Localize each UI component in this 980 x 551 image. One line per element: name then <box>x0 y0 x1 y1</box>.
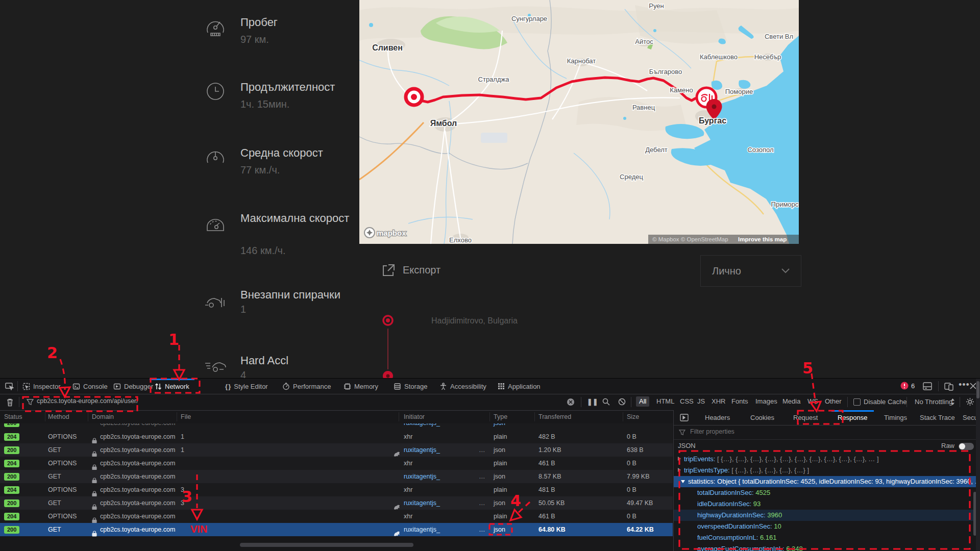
stat-label: Внезапни спирачки <box>240 287 340 303</box>
tab-request[interactable]: Request <box>793 410 818 425</box>
responsive-design-icon[interactable] <box>944 382 953 391</box>
json-prop[interactable]: totalDurationInSec: 4525 <box>697 487 980 498</box>
filter-properties-input[interactable]: Filter properties <box>690 428 734 435</box>
filter-type-other[interactable]: Other <box>822 396 845 407</box>
sidebar-toggle-icon[interactable] <box>680 414 689 421</box>
filter-type-xhr[interactable]: XHR <box>708 396 728 407</box>
table-row[interactable]: 200 GET cpb2cs.toyota-europe.com 1 ruxit… <box>0 443 673 457</box>
table-row[interactable]: 204 OPTIONS cpb2cs.toyota-europe.com xhr… <box>0 457 673 470</box>
tab-performance[interactable]: Performance <box>282 379 331 394</box>
json-prop[interactable]: overspeedDurationInSec: 10 <box>697 521 980 532</box>
disable-cache-checkbox[interactable] <box>853 398 861 406</box>
json-prop[interactable]: idleDurationInSec: 93 <box>697 498 980 510</box>
pause-icon[interactable]: ❚❚ <box>587 398 598 406</box>
json-prop[interactable]: averageFuelConsumptionInL: 6.348 <box>697 543 980 551</box>
map-label: Сливен <box>372 43 403 52</box>
filter-type-images[interactable]: Images <box>752 396 780 407</box>
improve-map-link[interactable]: Improve this map <box>738 236 787 242</box>
transferred-cell: 482 B <box>538 430 555 443</box>
filter-type-all[interactable]: All <box>636 396 649 407</box>
col-file[interactable]: File <box>181 410 191 423</box>
table-row[interactable]: 200 GET cpb2cs.toyota-europe.com 3 ruxit… <box>0 496 673 510</box>
devtools-scrollbar[interactable] <box>976 379 980 551</box>
tab-memory[interactable]: Memory <box>344 379 378 394</box>
split-console-icon[interactable] <box>923 382 932 390</box>
meatball-menu-icon[interactable]: ••• <box>959 380 970 390</box>
tab-inspector[interactable]: Inspector <box>22 379 60 394</box>
map-label: Ямбол <box>430 119 457 128</box>
col-size[interactable]: Size <box>627 410 639 423</box>
gear-icon[interactable] <box>966 397 974 406</box>
json-node-tripEvents[interactable]: tripEvents: [ {…}, {…}, {…}, {…}, {…}, {… <box>678 454 974 465</box>
tab-console[interactable]: Console <box>72 379 108 394</box>
search-icon[interactable] <box>602 398 610 406</box>
stat-value: 77 км./ч. <box>240 164 280 176</box>
initiator-cell: xhr <box>404 430 412 443</box>
tab-application[interactable]: Application <box>498 379 541 394</box>
horizontal-scrollbar[interactable] <box>240 543 413 547</box>
initiator-link[interactable]: ruxitagentjs_ <box>404 443 440 457</box>
clear-requests-icon[interactable] <box>6 398 14 407</box>
tab-accessibility[interactable]: Accessibility <box>439 379 486 394</box>
collapse-arrow-icon[interactable] <box>681 480 685 483</box>
filter-type-css[interactable]: CSS <box>677 396 697 407</box>
size-cell: 0 B <box>627 430 636 443</box>
table-row-selected[interactable]: 200 GET cpb2cs.toyota-europe.com ruxitag… <box>0 523 673 536</box>
trip-map[interactable]: Руен Сунгурларе Айтос Свети Вл Каблешков… <box>359 0 799 244</box>
tab-timings[interactable]: Timings <box>884 410 907 425</box>
json-node-tripEventsType[interactable]: tripEventsType: [ {…}, {…}, {…}, {…}, {…… <box>678 465 974 476</box>
table-row-clipped[interactable]: 200 cpb2cs.toyota-europe.com ruxitagentj… <box>0 423 673 430</box>
initiator-link[interactable]: ruxitagentjs_ <box>404 496 440 510</box>
expand-arrow-icon[interactable] <box>678 457 681 461</box>
mapbox-logo[interactable]: mapbox <box>364 228 406 238</box>
col-type[interactable]: Type <box>494 410 507 423</box>
visibility-dropdown[interactable]: Лично <box>700 255 801 287</box>
table-row[interactable]: 200 GET cpb2cs.toyota-europe.com ruxitag… <box>0 470 673 483</box>
tab-network[interactable]: Network <box>155 379 189 394</box>
col-method[interactable]: Method <box>48 410 69 423</box>
filter-type-html[interactable]: HTML <box>653 396 677 407</box>
url-filter-input[interactable]: cpb2cs.toyota-europe.com/api/user/ <box>37 397 138 405</box>
clear-filter-icon[interactable] <box>567 398 575 406</box>
tab-style-editor[interactable]: { } Style Editor <box>225 379 268 394</box>
expand-arrow-icon[interactable] <box>678 468 681 472</box>
export-button[interactable]: Експорт <box>403 264 440 276</box>
stat-value: 146 км./ч. <box>240 245 286 257</box>
json-prop[interactable]: fuelConsumptionInL: 6.161 <box>697 532 980 543</box>
throttling-dropdown[interactable]: No Throttling <box>915 398 952 406</box>
visibility-value: Лично <box>712 265 741 277</box>
raw-toggle[interactable] <box>959 443 974 450</box>
disable-cache-label[interactable]: Disable Cache <box>864 398 907 406</box>
attribution-text[interactable]: © Mapbox © OpenStreetMap <box>652 236 728 242</box>
network-table-header[interactable]: Status Method Domain File Initiator Type… <box>0 410 673 424</box>
tab-debugger[interactable]: Debugger <box>113 379 153 394</box>
pick-element-icon[interactable] <box>5 382 14 390</box>
error-badge[interactable]: 6 <box>900 382 915 390</box>
table-row[interactable]: 204 OPTIONS cpb2cs.toyota-europe.com 3 x… <box>0 483 673 496</box>
filter-type-fonts[interactable]: Fonts <box>728 396 751 407</box>
col-initiator[interactable]: Initiator <box>404 410 425 423</box>
col-transferred[interactable]: Transferred <box>538 410 571 423</box>
initiator-link[interactable]: ruxitagentjs_ <box>404 523 440 536</box>
tab-stack-trace[interactable]: Stack Trace <box>920 410 955 425</box>
filter-type-media[interactable]: Media <box>779 396 803 407</box>
filter-type-js[interactable]: JS <box>694 396 708 407</box>
block-icon[interactable] <box>618 398 626 406</box>
tab-headers[interactable]: Headers <box>705 410 730 425</box>
devtools-toolbar: Inspector Console Debugger Network { } S… <box>0 379 980 394</box>
tab-storage[interactable]: Storage <box>394 379 428 394</box>
table-row[interactable]: 204 OPTIONS cpb2cs.toyota-europe.com 1 x… <box>0 430 673 443</box>
table-row[interactable]: 204 OPTIONS cpb2cs.toyota-europe.com xhr… <box>0 510 673 523</box>
col-domain[interactable]: Domain <box>92 410 114 423</box>
tab-cookies[interactable]: Cookies <box>750 410 774 425</box>
json-section-label[interactable]: JSON <box>678 442 696 449</box>
initiator-link[interactable]: ruxitagentjs_ <box>404 470 440 483</box>
map-label: Елхово <box>449 236 472 244</box>
filter-type-ws[interactable]: WS <box>804 396 821 407</box>
json-prop[interactable]: highwayDurationInSec: 3960 <box>674 510 980 521</box>
col-status[interactable]: Status <box>4 410 22 423</box>
filter-funnel-icon <box>679 429 685 436</box>
tab-response[interactable]: Response <box>838 410 868 425</box>
json-node-statistics[interactable]: statistics: Object { totalDurationInSec:… <box>674 476 980 487</box>
max-speed-icon <box>205 213 226 235</box>
